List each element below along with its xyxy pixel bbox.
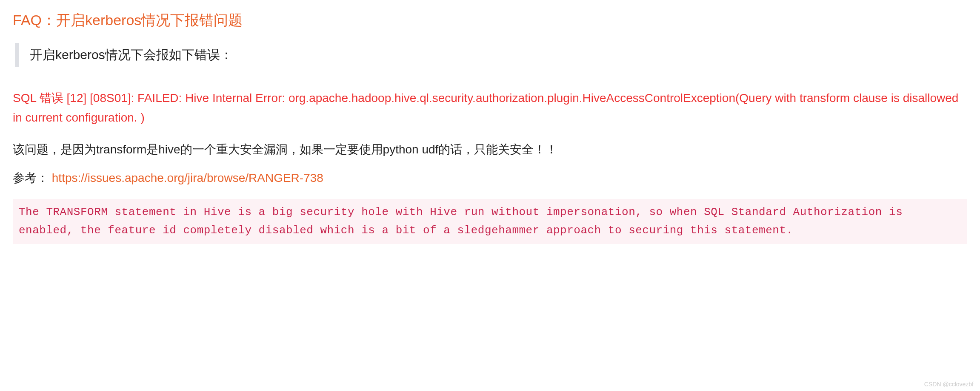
sql-error-message: SQL 错误 [12] [08S01]: FAILED: Hive Intern… [13, 88, 967, 128]
reference-link[interactable]: https://issues.apache.org/jira/browse/RA… [52, 171, 323, 184]
blockquote-container: 开启kerberos情况下会报如下错误： [15, 43, 967, 67]
reference-label: 参考： [13, 171, 52, 184]
reference-line: 参考： https://issues.apache.org/jira/brows… [13, 170, 967, 186]
faq-heading: FAQ：开启kerberos情况下报错问题 [13, 11, 967, 30]
blockquote-text: 开启kerberos情况下会报如下错误： [30, 46, 957, 64]
explanation-paragraph: 该问题，是因为transform是hive的一个重大安全漏洞，如果一定要使用py… [13, 140, 967, 159]
code-quote-block: The TRANSFORM statement in Hive is a big… [13, 199, 967, 244]
